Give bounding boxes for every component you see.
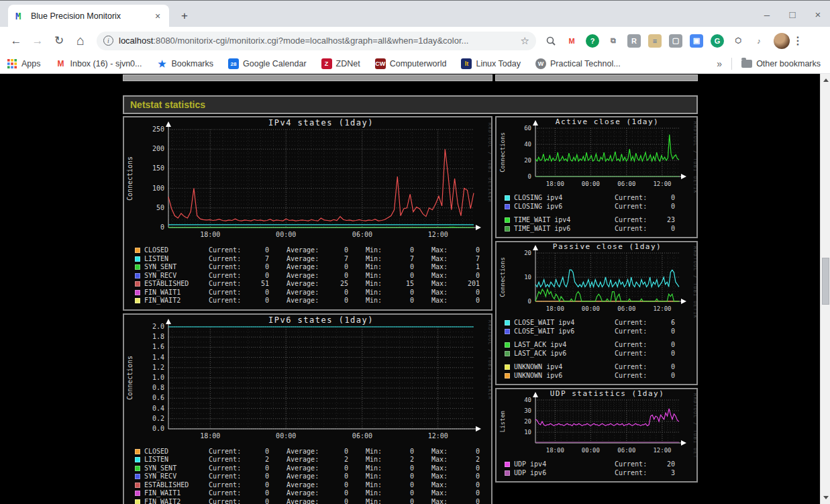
other-bookmarks-button[interactable]: Other bookmarks [741,59,821,68]
legend-key-current: Current: [615,319,659,327]
bookmark-zdnet[interactable]: ZZDNet [321,58,360,69]
scrollbar-down-arrow[interactable] [821,493,830,503]
grammarly-icon[interactable]: G [711,34,724,48]
svg-text:0.0: 0.0 [152,425,164,432]
svg-text:06:00: 06:00 [617,181,635,187]
ipv4-series-established [168,149,474,221]
tab-title: Blue Precision Monitorix [31,11,152,21]
books-stack-icon[interactable]: ≡ [648,34,662,48]
svg-text:18:00: 18:00 [200,231,220,238]
bookmark-google-calendar[interactable]: 28Google Calendar [228,58,307,69]
r-extension-icon[interactable]: R [627,34,641,48]
profile-avatar[interactable] [774,33,790,49]
legend-row: ESTABLISHEDCurrent:51Average:25Min:15Max… [135,280,491,289]
legend-value-current: 0 [249,246,269,255]
gmail-icon[interactable]: M [565,34,578,48]
new-tab-button[interactable]: + [176,7,193,25]
search-icon[interactable] [544,34,558,48]
back-button[interactable]: ← [7,32,25,50]
legend-row: FIN_WAIT1Current:0Average:0Min:0Max:0 [135,489,491,498]
hangouts-icon[interactable]: ? [586,34,599,48]
legend-series-label: TIME_WAIT ipv4 [514,216,615,225]
svg-text:100: 100 [152,185,164,192]
udp-panel: 1020304018:0000:0006:0012:00UDP statisti… [495,388,698,483]
bookmark-apps[interactable]: Apps [7,58,41,69]
legend-row: SYN_SENTCurrent:0Average:0Min:0Max:1 [135,263,491,272]
legend-color-swatch [135,449,140,454]
forward-button[interactable]: → [28,32,47,50]
browser-menu-icon[interactable]: ⋮ [792,34,803,47]
bookmark-bookmarks[interactable]: ★Bookmarks [157,58,214,69]
legend-key-average: Average: [287,289,328,297]
legend-value-current: 0 [249,489,269,498]
scrollbar-up-arrow[interactable] [821,75,830,85]
legend-value-max: 0 [460,472,480,481]
legend-key-current: Current: [209,464,249,473]
copy-pages-icon[interactable]: ⧉ [607,34,620,48]
svg-text:06:00: 06:00 [352,231,372,238]
svg-text:UDP statistics (1day): UDP statistics (1day) [550,389,665,398]
legend-key-min: Min: [366,255,394,264]
window-maximize-button[interactable]: □ [787,9,798,20]
svg-text:06:00: 06:00 [617,447,635,454]
page-scrollbar[interactable] [820,74,830,504]
bookmark-star-icon[interactable]: ☆ [521,35,529,47]
legend-value-average: 2 [328,456,348,464]
svg-text:50: 50 [156,204,164,211]
legend-color-swatch [505,351,510,356]
tab-close-icon[interactable]: × [152,11,164,21]
legend-key-current: Current: [209,489,249,498]
home-button[interactable]: ⌂ [71,32,90,50]
legend-row: LAST_ACK ipv4Current:0 [505,341,696,350]
legend-key-average: Average: [287,489,328,498]
scrollbar-thumb[interactable] [822,258,829,305]
legend-row: SYN_RECVCurrent:0Average:0Min:0Max:0 [135,472,491,481]
legend-value-current: 0 [659,372,675,381]
legend-row: CLOSEDCurrent:0Average:0Min:0Max:0 [135,448,491,456]
legend-key-min: Min: [366,280,394,289]
keep-device-icon[interactable]: ▢ [669,34,682,48]
svg-text:06:00: 06:00 [352,432,372,440]
bookmarks-overflow-chevron[interactable]: » [717,58,722,69]
url-bar[interactable]: i localhost :8080/monitorix-cgi/monitori… [97,32,536,50]
window-minimize-button[interactable]: – [762,9,772,20]
puzzle-extensions-icon[interactable]: ⬡ [731,34,745,48]
passive-states-chart: 0102018:0000:0006:0012:00Passive close (… [497,242,696,317]
legend-color-swatch [135,474,140,479]
passive-panel: 0102018:0000:0006:0012:00Passive close (… [495,241,698,385]
zoom-camera-icon[interactable]: ▣ [690,34,703,48]
bookmark-practical-technology[interactable]: WPractical Technol... [535,58,621,69]
zdnet-icon: Z [321,58,332,69]
active-panel: 020406018:0000:0006:0012:00Active close … [495,116,698,238]
playlist-icon[interactable]: ♪ [752,34,766,48]
legend-row: UDP ipv4Current:20 [505,460,696,469]
bookmark-inbox[interactable]: MInbox (16) - sjvn0... [56,58,142,69]
bookmark-computerworld[interactable]: CWComputerworld [375,58,447,69]
bookmark-linux-today[interactable]: ltLinux Today [461,58,521,69]
page-info-icon[interactable]: i [103,36,113,46]
legend-key-max: Max: [431,297,460,305]
reload-button[interactable]: ↻ [50,32,68,50]
svg-text:RRDTOOL / TOBI OETIKER: RRDTOOL / TOBI OETIKER [692,246,696,317]
svg-text:RRDTOOL / TOBI OETIKER: RRDTOOL / TOBI OETIKER [487,320,491,400]
legend-key-max: Max: [431,456,460,464]
other-bookmarks-label: Other bookmarks [756,59,821,68]
legend-series-label: LAST_ACK ipv4 [514,341,615,350]
active-legend: CLOSING ipv4Current:0CLOSING ipv6Current… [497,193,696,237]
legend-row: CLOSE_WAIT ipv6Current:0 [505,327,696,336]
previous-section-bottom-edge [123,74,698,81]
browser-tab[interactable]: M Blue Precision Monitorix × [8,5,169,28]
legend-value-current: 0 [659,363,675,372]
legend-key-min: Min: [366,263,394,272]
svg-text:10: 10 [524,429,531,436]
legend-color-swatch [505,226,510,232]
legend-series-label: UNKNOWN ipv6 [514,372,615,381]
svg-text:12:00: 12:00 [428,231,448,238]
legend-value-current: 7 [249,255,269,264]
legend-key-average: Average: [287,472,328,481]
legend-value-max: 0 [460,272,480,281]
calendar-icon: 28 [228,58,239,69]
window-close-button[interactable]: × [813,9,823,20]
legend-value-min: 0 [394,464,414,473]
legend-color-swatch [135,491,140,496]
